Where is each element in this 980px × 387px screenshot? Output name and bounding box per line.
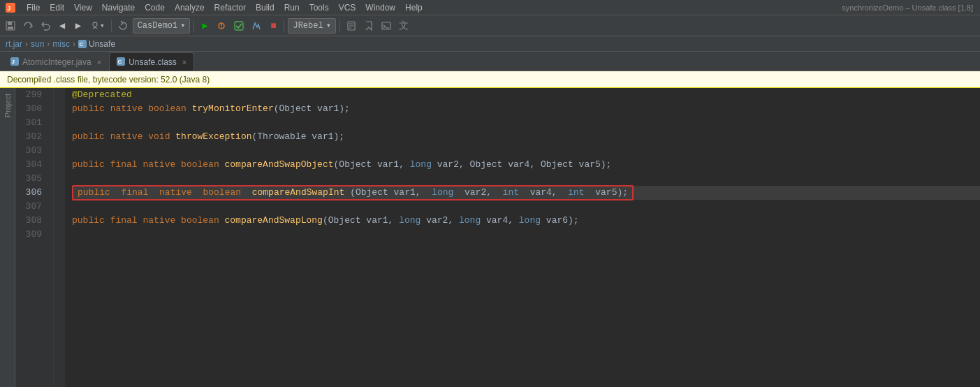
back-btn[interactable]: ◀ — [55, 18, 69, 34]
tab-atomicinteger-close[interactable]: × — [97, 58, 101, 66]
line-num-308: 308 — [15, 214, 47, 228]
project-dropdown[interactable]: CasDemo1 ▾ — [133, 18, 191, 34]
breadcrumb-sep-3: › — [73, 39, 75, 49]
menu-bar: J File Edit View Navigate Code Analyze R… — [0, 0, 980, 15]
code-line-304: public final native boolean compareAndSw… — [72, 158, 980, 172]
menu-tools[interactable]: Tools — [305, 1, 333, 14]
code-line-308: public final native boolean compareAndSw… — [72, 214, 980, 228]
line-num-302: 302 — [15, 130, 47, 144]
breadcrumb-sep-2: › — [47, 39, 50, 49]
project-dropdown-label: CasDemo1 — [138, 21, 178, 31]
menu-navigate[interactable]: Navigate — [98, 1, 139, 14]
terminal-btn[interactable] — [379, 18, 394, 34]
breadcrumb: rt.jar › sun › misc › C Unsafe — [0, 36, 980, 52]
svg-rect-4 — [8, 27, 13, 29]
project-dropdown-chevron: ▾ — [180, 20, 185, 31]
line-306-highlight: public final native boolean compareAndSw… — [72, 185, 634, 200]
forward-btn[interactable]: ▶ — [71, 18, 85, 34]
jrebel-dropdown-chevron: ▾ — [326, 20, 331, 31]
menu-build[interactable]: Build — [251, 1, 279, 14]
code-line-307 — [72, 200, 980, 214]
svg-text:C: C — [80, 41, 84, 48]
menu-refactor[interactable]: Refactor — [210, 1, 250, 14]
warning-text: Decompiled .class file, bytecode version… — [7, 75, 210, 85]
tab-unsafe-label: Unsafe.class — [129, 57, 177, 67]
tab-atomicinteger-label: AtomicInteger.java — [22, 57, 92, 67]
svg-text:C: C — [118, 59, 122, 65]
toolbar: ◀ ▶ ▾ CasDemo1 ▾ ▶ ■ JRebel ▾ 文 — [0, 15, 980, 36]
jrebel-dropdown-label: JRebel — [293, 21, 323, 31]
editor: Project 299 300 301 302 303 304 305 306 … — [0, 88, 980, 387]
breadcrumb-rtjar[interactable]: rt.jar — [6, 39, 22, 49]
menu-file[interactable]: File — [22, 1, 44, 14]
menu-edit[interactable]: Edit — [45, 1, 68, 14]
code-line-299: @Deprecated — [72, 88, 980, 102]
vcs-btn[interactable] — [344, 18, 359, 34]
menu-view[interactable]: View — [70, 1, 96, 14]
tab-java-icon: J — [10, 57, 19, 67]
svg-text:J: J — [12, 59, 15, 65]
toolbar-sep-3 — [284, 20, 284, 32]
svg-point-8 — [221, 27, 223, 28]
code-line-309 — [72, 228, 980, 242]
tab-unsafe-close[interactable]: × — [182, 58, 187, 66]
annotation-deprecated: @Deprecated — [72, 88, 132, 102]
window-title: synchronizeDemo – Unsafe.class [1.8] — [838, 2, 977, 13]
warning-banner: Decompiled .class file, bytecode version… — [0, 71, 980, 88]
toolbar-sep-4 — [339, 20, 340, 32]
sync-btn[interactable] — [20, 18, 36, 34]
menu-vcs[interactable]: VCS — [335, 1, 360, 14]
line-num-306: 306 — [15, 186, 47, 200]
code-line-303 — [72, 144, 980, 158]
tab-unsafe[interactable]: C Unsafe.class × — [109, 52, 194, 71]
toolbar-sep-2 — [193, 20, 194, 32]
editor-gutter — [54, 88, 65, 387]
line-num-301: 301 — [15, 116, 47, 130]
undo-btn[interactable] — [38, 18, 53, 34]
line-num-300: 300 — [15, 102, 47, 116]
code-line-301 — [72, 116, 980, 130]
save-btn[interactable] — [3, 18, 18, 34]
svg-rect-3 — [8, 22, 12, 25]
breadcrumb-sun[interactable]: sun — [31, 39, 44, 49]
run-btn[interactable]: ▶ — [198, 18, 212, 34]
svg-rect-9 — [235, 22, 243, 30]
code-line-302: public native void throwException (Throw… — [72, 130, 980, 144]
coverage-btn[interactable] — [231, 18, 247, 34]
bookmark-btn[interactable] — [361, 18, 376, 34]
breadcrumb-misc[interactable]: misc — [52, 39, 70, 49]
jrebel-dropdown[interactable]: JRebel ▾ — [288, 18, 335, 34]
rollback-btn[interactable] — [115, 18, 131, 34]
line-num-307: 307 — [15, 200, 47, 214]
menu-help[interactable]: Help — [401, 1, 427, 14]
tab-atomicinteger[interactable]: J AtomicInteger.java × — [3, 52, 109, 71]
menu-run[interactable]: Run — [280, 1, 304, 14]
code-line-300: public native boolean tryMonitorEnter (O… — [72, 102, 980, 116]
profile-btn[interactable] — [249, 18, 264, 34]
toolbar-sep-1 — [111, 20, 112, 32]
menu-code[interactable]: Code — [140, 1, 169, 14]
line-numbers: 299 300 301 302 303 304 305 306 307 308 … — [15, 88, 54, 387]
line-num-304: 304 — [15, 158, 47, 172]
svg-point-5 — [93, 22, 97, 27]
code-line-306: public final native boolean compareAndSw… — [72, 186, 980, 200]
tab-bar: J AtomicInteger.java × C Unsafe.class × — [0, 52, 980, 71]
app-icon: J — [3, 0, 18, 15]
project-panel-label[interactable]: Project — [2, 91, 13, 120]
project-panel[interactable]: Project — [0, 88, 15, 387]
translate-btn[interactable]: 文 — [396, 18, 411, 34]
menu-window[interactable]: Window — [361, 1, 400, 14]
code-area[interactable]: @Deprecated public native boolean tryMon… — [65, 88, 980, 387]
line-num-299: 299 — [15, 88, 47, 102]
breadcrumb-unsafe: Unsafe — [89, 39, 115, 49]
class-icon: C — [78, 40, 87, 48]
line-num-305: 305 — [15, 172, 47, 186]
tab-class-icon: C — [117, 57, 125, 67]
svg-text:J: J — [7, 6, 10, 13]
debug-btn[interactable] — [214, 18, 229, 34]
navigate-btn[interactable]: ▾ — [87, 18, 108, 34]
stop-btn[interactable]: ■ — [266, 18, 280, 34]
menu-analyze[interactable]: Analyze — [170, 1, 209, 14]
breadcrumb-sep-1: › — [25, 39, 28, 49]
line-num-309: 309 — [15, 228, 47, 242]
